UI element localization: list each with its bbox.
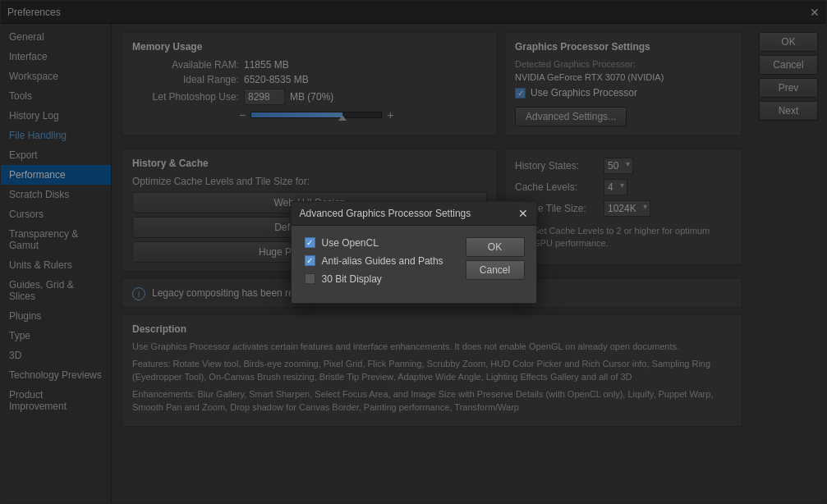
modal-action-buttons: OK Cancel	[466, 226, 536, 303]
anti-alias-label: Anti-alias Guides and Paths	[322, 255, 443, 267]
modal-title-bar: Advanced Graphics Processor Settings ✕	[292, 202, 536, 226]
anti-alias-row[interactable]: Anti-alias Guides and Paths	[305, 255, 453, 267]
modal-cancel-button[interactable]: Cancel	[466, 260, 525, 280]
modal-close-button[interactable]: ✕	[518, 207, 528, 220]
bit-display-checkbox[interactable]	[305, 273, 315, 284]
preferences-window: Preferences ✕ General Interface Workspac…	[0, 0, 827, 504]
modal-overlay: Advanced Graphics Processor Settings ✕ U…	[1, 1, 826, 503]
advanced-gpu-modal: Advanced Graphics Processor Settings ✕ U…	[291, 201, 537, 304]
bit-display-label: 30 Bit Display	[322, 273, 382, 285]
modal-body: Use OpenCL Anti-alias Guides and Paths 3…	[292, 226, 466, 303]
use-opencl-label: Use OpenCL	[322, 237, 379, 249]
use-opencl-row[interactable]: Use OpenCL	[305, 237, 453, 249]
use-opencl-checkbox[interactable]	[305, 237, 315, 248]
modal-ok-button[interactable]: OK	[466, 237, 525, 257]
bit-display-row[interactable]: 30 Bit Display	[305, 273, 453, 285]
anti-alias-checkbox[interactable]	[305, 255, 315, 266]
modal-title: Advanced Graphics Processor Settings	[300, 208, 471, 219]
modal-content: Use OpenCL Anti-alias Guides and Paths 3…	[292, 226, 536, 303]
